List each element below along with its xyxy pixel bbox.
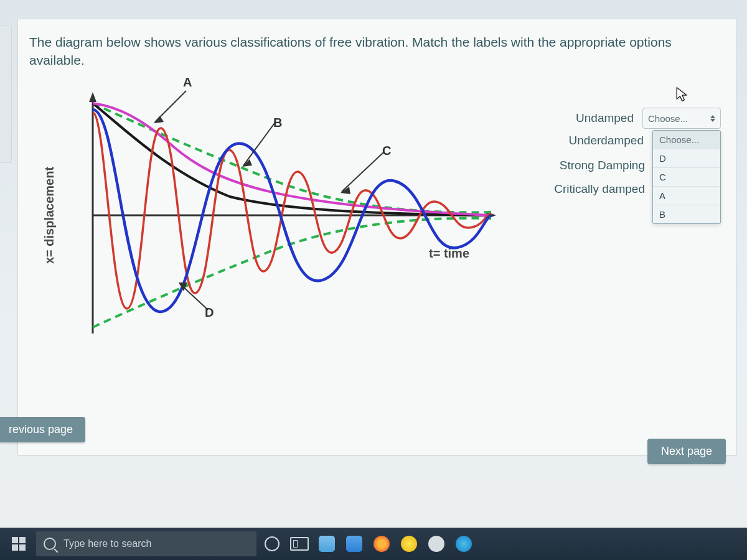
select-option-c[interactable]: C xyxy=(653,167,720,186)
matching-table: Undamped Choose... Underdamped Choose...… xyxy=(525,106,721,201)
curve-label-c: C xyxy=(382,144,391,158)
shield-icon xyxy=(374,536,390,552)
match-label: Undamped xyxy=(525,111,634,125)
y-axis-label: x= displacement xyxy=(42,167,57,264)
next-page-button[interactable]: Next page xyxy=(647,439,726,464)
select-option-d[interactable]: D xyxy=(653,149,720,167)
question-card: The diagram below shows various classifi… xyxy=(17,19,737,455)
settings-icon xyxy=(428,536,444,552)
store-icon xyxy=(319,536,335,552)
circle-icon xyxy=(265,536,280,551)
chrome-icon xyxy=(401,536,417,552)
match-label: Strong Damping xyxy=(525,159,645,172)
taskbar-app-edge[interactable] xyxy=(452,531,476,556)
match-row-underdamped: Underdamped Choose... D C A B xyxy=(525,130,721,154)
curve-label-a: A xyxy=(183,75,192,90)
select-undamped[interactable]: Choose... xyxy=(642,108,721,129)
mail-icon xyxy=(346,536,362,552)
taskbar-app-store[interactable] xyxy=(315,531,339,556)
edge-icon xyxy=(456,536,472,552)
taskbar-app-security[interactable] xyxy=(370,531,393,556)
select-option-a[interactable]: A xyxy=(653,186,720,205)
search-placeholder: Type here to search xyxy=(63,538,151,549)
windows-taskbar: Type here to search xyxy=(0,528,747,560)
curve-label-b: B xyxy=(273,116,282,130)
vibration-diagram: x= displacement t= time xyxy=(55,85,504,346)
select-option-b[interactable]: B xyxy=(653,205,720,223)
curve-label-d: D xyxy=(205,306,214,320)
previous-page-button[interactable]: revious page xyxy=(0,417,85,442)
select-placeholder: Choose... xyxy=(648,113,688,124)
question-prompt: The diagram below shows various classifi… xyxy=(29,33,725,70)
search-icon xyxy=(44,538,56,550)
start-button[interactable] xyxy=(5,530,32,558)
windows-logo-icon xyxy=(12,537,26,551)
taskbar-app-chrome[interactable] xyxy=(397,531,421,556)
match-label: Critically damped xyxy=(525,182,645,196)
match-row-undamped: Undamped Choose... xyxy=(525,106,721,130)
task-view-button[interactable] xyxy=(288,531,311,556)
match-label: Underdamped xyxy=(525,130,644,147)
taskbar-app-settings[interactable] xyxy=(425,531,448,556)
select-underdamped-open[interactable]: Choose... D C A B xyxy=(652,130,721,224)
svg-marker-1 xyxy=(89,92,96,102)
taskbar-search[interactable]: Type here to search xyxy=(36,531,256,556)
updown-icon xyxy=(710,115,715,122)
svg-marker-5 xyxy=(154,116,164,123)
select-option-placeholder[interactable]: Choose... xyxy=(653,131,720,149)
collapsed-side-panel[interactable] xyxy=(0,25,12,163)
plot-area: A B C D xyxy=(80,85,504,346)
task-view-icon xyxy=(290,537,309,551)
cortana-button[interactable] xyxy=(260,531,284,556)
taskbar-app-mail[interactable] xyxy=(342,531,366,556)
